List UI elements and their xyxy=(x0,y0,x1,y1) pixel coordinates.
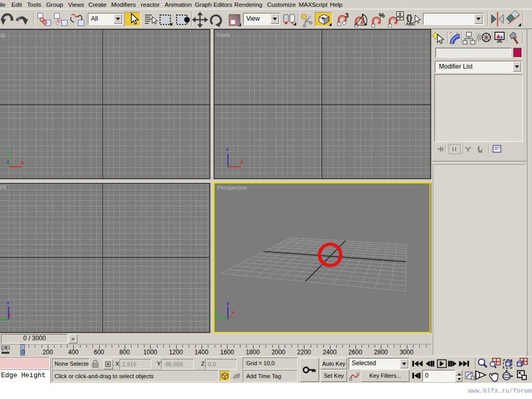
svg-text:z: z xyxy=(7,159,9,165)
svg-text:y: y xyxy=(216,311,219,316)
svg-text:y: y xyxy=(7,147,10,152)
svg-text:3: 3 xyxy=(345,11,349,19)
svg-text:x: x xyxy=(21,159,24,165)
svg-text:%: % xyxy=(379,11,385,19)
svg-text:z: z xyxy=(226,146,229,152)
svg-text:z: z xyxy=(227,301,229,307)
svg-text:{}: {} xyxy=(406,13,413,22)
svg-text:x: x xyxy=(232,309,235,315)
svg-text:y: y xyxy=(229,161,232,166)
svg-text:z: z xyxy=(7,300,9,305)
svg-text:ABC: ABC xyxy=(406,21,415,26)
svg-text:x: x xyxy=(241,159,244,165)
svg-text:x: x xyxy=(8,312,11,317)
